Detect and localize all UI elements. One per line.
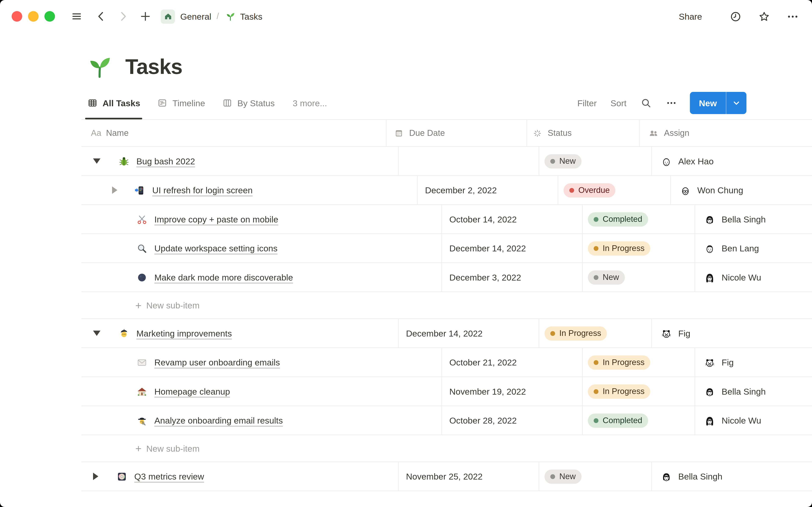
column-header-due-date[interactable]: Due Date bbox=[387, 120, 527, 147]
status-cell[interactable]: New bbox=[539, 147, 652, 175]
assign-cell[interactable]: Nicole Wu bbox=[695, 263, 812, 291]
house-icon bbox=[136, 386, 148, 397]
assign-cell[interactable]: Won Chung bbox=[671, 176, 812, 205]
status-badge: In Progress bbox=[588, 384, 651, 399]
assign-cell[interactable]: Bella Singh bbox=[652, 462, 812, 491]
task-title-link[interactable]: Revamp user onboarding emails bbox=[154, 357, 280, 368]
ellipsis-icon bbox=[786, 10, 799, 23]
due-date-cell[interactable]: December 2, 2022 bbox=[418, 176, 558, 205]
collapse-toggle[interactable] bbox=[93, 158, 100, 164]
expand-toggle[interactable] bbox=[93, 473, 98, 480]
table-row: Revamp user onboarding emails October 21… bbox=[82, 348, 812, 377]
page-options-button[interactable] bbox=[784, 8, 800, 24]
new-page-button[interactable] bbox=[138, 8, 153, 24]
new-task-split-button: New bbox=[690, 92, 747, 114]
due-date-cell[interactable]: December 14, 2022 bbox=[442, 234, 582, 263]
breadcrumb-root[interactable]: General bbox=[181, 11, 211, 21]
status-cell[interactable]: In Progress bbox=[539, 319, 652, 347]
status-cell[interactable]: In Progress bbox=[582, 377, 695, 406]
breadcrumb-page[interactable]: Tasks bbox=[240, 11, 262, 21]
due-date-cell[interactable]: December 14, 2022 bbox=[399, 319, 539, 347]
page-seedling-icon[interactable] bbox=[86, 53, 114, 80]
assign-cell[interactable]: Fig bbox=[695, 348, 812, 377]
task-title-link[interactable]: Homepage cleanup bbox=[154, 386, 230, 397]
status-cell[interactable]: Completed bbox=[582, 406, 695, 435]
envelope-icon bbox=[136, 357, 148, 368]
status-badge: New bbox=[545, 154, 581, 168]
tab-label: All Tasks bbox=[103, 98, 140, 108]
zoom-window-button[interactable] bbox=[44, 11, 55, 22]
collapse-toggle[interactable] bbox=[93, 331, 100, 336]
view-options-button[interactable] bbox=[666, 97, 677, 109]
assignee-name: Won Chung bbox=[697, 185, 743, 195]
page-title[interactable]: Tasks bbox=[125, 55, 183, 78]
due-date-cell[interactable]: October 14, 2022 bbox=[442, 205, 582, 233]
column-header-status[interactable]: Status bbox=[527, 120, 640, 147]
clock-icon bbox=[729, 10, 742, 23]
due-date-cell[interactable] bbox=[399, 147, 539, 175]
column-header-name[interactable]: Aa Name bbox=[82, 120, 387, 147]
tab-by-status[interactable]: By Status bbox=[222, 87, 275, 119]
assignee-name: Fig bbox=[678, 328, 691, 338]
status-cell[interactable]: In Progress bbox=[582, 234, 695, 263]
history-forward-button[interactable] bbox=[115, 8, 131, 24]
due-date-cell[interactable]: October 28, 2022 bbox=[442, 406, 582, 435]
assign-cell[interactable]: Alex Hao bbox=[652, 147, 812, 175]
tab-all-tasks[interactable]: All Tasks bbox=[87, 87, 140, 119]
updates-button[interactable] bbox=[727, 8, 743, 24]
task-title-link[interactable]: Improve copy + paste on mobile bbox=[154, 214, 278, 224]
due-date-cell[interactable]: October 21, 2022 bbox=[442, 348, 582, 377]
tab-timeline[interactable]: Timeline bbox=[157, 87, 205, 119]
due-date-cell[interactable]: November 25, 2022 bbox=[399, 462, 539, 491]
sort-button[interactable]: Sort bbox=[610, 98, 626, 108]
sidebar-menu-button[interactable] bbox=[69, 8, 85, 24]
status-badge: New bbox=[588, 270, 625, 285]
assign-cell[interactable]: Ben Lang bbox=[695, 234, 812, 263]
minimize-window-button[interactable] bbox=[28, 11, 39, 22]
share-button[interactable]: Share bbox=[679, 11, 702, 21]
breadcrumb-home-badge[interactable] bbox=[161, 9, 175, 24]
task-title-link[interactable]: Update workspace setting icons bbox=[154, 243, 277, 253]
task-title-link[interactable]: Q3 metrics review bbox=[134, 471, 204, 482]
table-row: Q3 metrics review November 25, 2022 New … bbox=[82, 462, 812, 491]
column-header-assign[interactable]: Assign bbox=[640, 120, 812, 147]
due-date-cell[interactable]: December 3, 2022 bbox=[442, 263, 582, 291]
assign-cell[interactable]: Bella Singh bbox=[695, 377, 812, 406]
task-title-link[interactable]: Analyze onboarding email results bbox=[154, 415, 283, 426]
favorite-button[interactable] bbox=[756, 8, 772, 24]
assignee-name: Bella Singh bbox=[722, 214, 766, 224]
man-crop-avatar bbox=[704, 242, 716, 255]
search-button[interactable] bbox=[640, 97, 652, 109]
task-title-link[interactable]: Bug bash 2022 bbox=[136, 156, 195, 166]
new-task-dropdown-button[interactable] bbox=[726, 92, 747, 114]
assignee-name: Fig bbox=[722, 357, 734, 368]
new-sub-item-row[interactable]: + New sub-item bbox=[82, 292, 812, 319]
scissors-icon bbox=[136, 214, 148, 225]
text-property-icon: Aa bbox=[91, 128, 101, 138]
expand-toggle[interactable] bbox=[112, 186, 117, 194]
status-cell[interactable]: New bbox=[582, 263, 695, 291]
task-title-link[interactable]: UI refresh for login screen bbox=[152, 185, 253, 195]
status-cell[interactable]: Overdue bbox=[558, 176, 671, 205]
due-date-cell[interactable]: November 19, 2022 bbox=[442, 377, 582, 406]
assign-cell[interactable]: Bella Singh bbox=[695, 205, 812, 233]
page-header: Tasks bbox=[86, 47, 812, 87]
status-cell[interactable]: Completed bbox=[582, 205, 695, 233]
close-window-button[interactable] bbox=[12, 11, 22, 22]
assign-cell[interactable]: Fig bbox=[652, 319, 812, 347]
woman-bob-avatar bbox=[704, 385, 716, 398]
table-row: UI refresh for login screen December 2, … bbox=[82, 176, 812, 205]
status-cell[interactable]: In Progress bbox=[582, 348, 695, 377]
status-cell[interactable]: New bbox=[539, 462, 652, 491]
new-task-button[interactable]: New bbox=[690, 92, 726, 114]
plus-icon: + bbox=[135, 300, 142, 311]
new-sub-item-row[interactable]: + New sub-item bbox=[82, 435, 812, 462]
due-date-value: December 3, 2022 bbox=[449, 272, 521, 282]
status-badge: In Progress bbox=[588, 241, 651, 256]
more-views-button[interactable]: 3 more... bbox=[293, 98, 327, 108]
assign-cell[interactable]: Nicole Wu bbox=[695, 406, 812, 435]
task-title-link[interactable]: Make dark mode more discoverable bbox=[154, 272, 293, 282]
history-back-button[interactable] bbox=[93, 8, 109, 24]
task-title-link[interactable]: Marketing improvements bbox=[136, 328, 232, 338]
filter-button[interactable]: Filter bbox=[577, 98, 597, 108]
